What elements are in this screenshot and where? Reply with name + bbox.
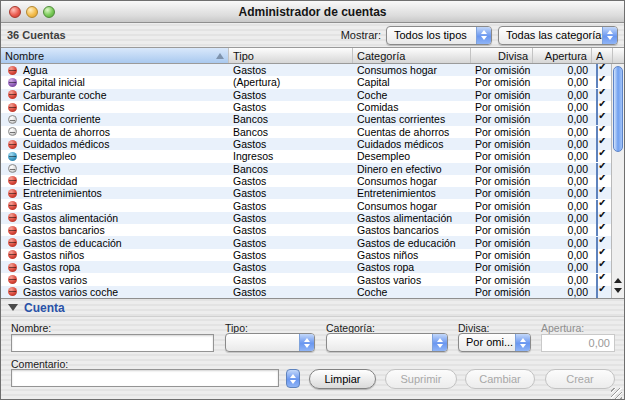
account-name-cell: Electricidad [1, 175, 229, 187]
account-active-cell [592, 89, 613, 101]
active-checkbox[interactable] [596, 64, 598, 76]
active-checkbox[interactable] [596, 150, 598, 162]
window-controls [9, 6, 55, 18]
active-checkbox[interactable] [596, 249, 598, 261]
account-category-cell: Consumos hogar [353, 175, 471, 187]
account-type-cell: Gastos [229, 101, 353, 113]
disclosure-triangle-icon[interactable] [8, 304, 18, 311]
account-category-cell: Cuidados médicos [353, 138, 471, 150]
gray-sphere-icon [8, 164, 17, 173]
resize-grip[interactable] [611, 388, 622, 399]
active-checkbox[interactable] [596, 261, 598, 273]
change-button[interactable]: Cambiar [465, 369, 535, 389]
table-row[interactable]: ComidasGastosComidasPor omisión0,00 [1, 101, 613, 113]
account-active-cell [592, 64, 613, 76]
table-row[interactable]: Gastos bancariosGastosGastos bancariosPo… [1, 224, 613, 236]
title-bar[interactable]: Administrador de cuentas [1, 1, 624, 23]
table-row[interactable]: Gastos varios cocheGastosCochePor omisió… [1, 286, 613, 298]
name-input[interactable] [11, 334, 214, 352]
account-currency-cell: Por omisión [471, 113, 533, 125]
table-row[interactable]: DesempleoIngresosDesempleoPor omisión0,0… [1, 150, 613, 162]
table-row[interactable]: Capital inicial(Apertura)CapitalPor omis… [1, 76, 613, 88]
scroll-up-icon[interactable] [614, 278, 622, 283]
vertical-scrollbar[interactable] [611, 64, 624, 298]
clear-button[interactable]: Limpiar [309, 369, 376, 389]
category-filter-dropdown[interactable]: Todas las categorías [498, 26, 618, 45]
account-name: Gas [23, 200, 42, 212]
gray-sphere-icon [8, 115, 17, 124]
active-checkbox[interactable] [596, 286, 598, 298]
category-dropdown[interactable] [326, 333, 448, 352]
column-header-apertura[interactable]: Apertura [533, 48, 592, 63]
active-checkbox[interactable] [596, 175, 598, 187]
account-type-cell: Gastos [229, 261, 353, 273]
active-checkbox[interactable] [596, 237, 598, 249]
account-name-cell: Gastos ropa [1, 261, 229, 273]
account-category-cell: Gastos de educación [353, 237, 471, 249]
delete-button[interactable]: Suprimir [385, 369, 457, 389]
comment-stepper[interactable] [286, 369, 300, 388]
account-category-cell: Gastos ropa [353, 261, 471, 273]
account-currency-cell: Por omisión [471, 64, 533, 76]
account-category-cell: Gastos niños [353, 249, 471, 261]
account-opening-cell: 0,00 [533, 286, 592, 298]
table-row[interactable]: Gastos niñosGastosGastos niñosPor omisió… [1, 249, 613, 261]
column-header-nombre[interactable]: Nombre [1, 48, 229, 63]
table-row[interactable]: Gastos de educaciónGastosGastos de educa… [1, 236, 613, 248]
table-row[interactable]: Carburante cocheGastosCochePor omisión0,… [1, 89, 613, 101]
active-checkbox[interactable] [596, 76, 598, 88]
account-section-header[interactable]: Cuenta [1, 298, 624, 317]
table-row[interactable]: ElectricidadGastosConsumos hogarPor omis… [1, 175, 613, 187]
account-name: Capital inicial [23, 76, 85, 88]
account-active-cell [592, 249, 613, 261]
account-type-cell: Bancos [229, 113, 353, 125]
table-row[interactable]: GasGastosConsumos hogarPor omisión0,00 [1, 199, 613, 211]
red-sphere-icon [8, 226, 17, 235]
column-header-divisa[interactable]: Divisa [471, 48, 533, 63]
table-row[interactable]: EntretenimientosGastosEntretenimientosPo… [1, 187, 613, 199]
active-checkbox[interactable] [596, 101, 598, 113]
table-row[interactable]: Gastos ropaGastosGastos ropaPor omisión0… [1, 261, 613, 273]
scroll-down-icon[interactable] [614, 288, 622, 293]
active-checkbox[interactable] [596, 212, 598, 224]
account-name-cell: Gastos varios [1, 274, 229, 286]
zoom-button[interactable] [43, 6, 55, 18]
account-opening-cell: 0,00 [533, 64, 592, 76]
table-row[interactable]: Cuenta de ahorrosBancosCuentas de ahorro… [1, 126, 613, 138]
red-sphere-icon [8, 103, 17, 112]
active-checkbox[interactable] [596, 113, 598, 125]
type-dropdown[interactable] [225, 333, 315, 352]
active-checkbox[interactable] [596, 138, 598, 150]
table-row[interactable]: Gastos alimentaciónGastosGastos alimenta… [1, 212, 613, 224]
active-checkbox[interactable] [596, 126, 598, 138]
stepper-up-icon [290, 374, 296, 378]
account-name-cell: Gastos de educación [1, 237, 229, 249]
active-checkbox[interactable] [596, 89, 598, 101]
table-row[interactable]: EfectivoBancosDinero en efectivoPor omis… [1, 163, 613, 175]
active-checkbox[interactable] [596, 224, 598, 236]
table-row[interactable]: Cuidados médicosGastosCuidados médicosPo… [1, 138, 613, 150]
active-checkbox[interactable] [596, 274, 598, 286]
currency-dropdown[interactable]: Por omi... [458, 333, 531, 352]
table-row[interactable]: Gastos variosGastosGastos variosPor omis… [1, 273, 613, 285]
column-header-categoria[interactable]: Categoría [353, 48, 471, 63]
active-checkbox[interactable] [596, 163, 598, 175]
column-header-tipo[interactable]: Tipo [229, 48, 353, 63]
active-checkbox[interactable] [596, 200, 598, 212]
column-header-activa[interactable]: A [592, 48, 613, 63]
active-checkbox[interactable] [596, 187, 598, 199]
account-category-cell: Entretenimientos [353, 187, 471, 199]
scrollbar-thumb[interactable] [613, 66, 623, 152]
table-row[interactable]: AguaGastosConsumos hogarPor omisión0,00 [1, 64, 613, 76]
comment-input[interactable] [11, 369, 279, 387]
account-category-cell: Dinero en efectivo [353, 163, 471, 175]
create-button[interactable]: Crear [545, 369, 615, 389]
account-currency-cell: Por omisión [471, 249, 533, 261]
minimize-button[interactable] [26, 6, 38, 18]
account-type-cell: Gastos [229, 212, 353, 224]
account-currency-cell: Por omisión [471, 224, 533, 236]
close-button[interactable] [9, 6, 21, 18]
table-row[interactable]: Cuenta corrienteBancosCuentas corrientes… [1, 113, 613, 125]
opening-balance-input[interactable] [541, 334, 615, 352]
type-filter-dropdown[interactable]: Todos los tipos [386, 26, 492, 45]
